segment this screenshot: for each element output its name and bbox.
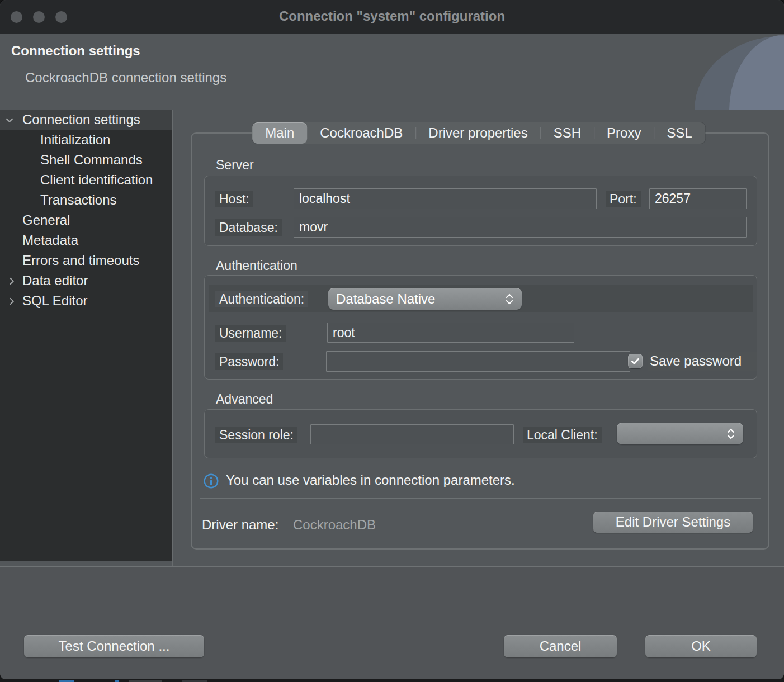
port-label: Port:: [606, 191, 641, 207]
checkmark-icon: [630, 356, 640, 366]
sidebar-item-errors-and-timeouts[interactable]: Errors and timeouts: [0, 250, 172, 271]
server-group: Host: Port: Database:: [204, 176, 757, 246]
settings-tree: Connection settings Initialization Shell…: [0, 110, 172, 561]
tab-bar: Main CockroachDB Driver properties SSH P…: [252, 122, 705, 144]
background-app-fragment: [115, 680, 119, 682]
main-tab-panel: Server Host: Port: Database: Authenticat…: [191, 132, 769, 550]
test-connection-button[interactable]: Test Connection ...: [24, 635, 204, 657]
banner-decoration: [639, 34, 784, 110]
sidebar-item-label: SQL Editor: [22, 293, 88, 308]
port-input[interactable]: [649, 188, 747, 209]
sidebar-item-transactions[interactable]: Transactions: [0, 190, 172, 210]
driver-separator: [200, 498, 761, 499]
main-pane: Main CockroachDB Driver properties SSH P…: [173, 110, 784, 567]
sidebar-item-metadata[interactable]: Metadata: [0, 230, 172, 250]
titlebar[interactable]: Connection "system" configuration: [0, 0, 784, 34]
footer: Test Connection ... Cancel OK: [0, 567, 784, 680]
authentication-label: Authentication:: [215, 291, 308, 307]
updown-chevron-icon: [726, 427, 735, 441]
sidebar-item-general[interactable]: General: [0, 210, 172, 230]
background-app-fragment: [129, 680, 162, 682]
database-input[interactable]: [294, 217, 747, 238]
tab-ssl[interactable]: SSL: [654, 122, 705, 144]
cancel-button[interactable]: Cancel: [504, 635, 617, 657]
content: Connection settings Initialization Shell…: [0, 110, 784, 567]
updown-chevron-icon: [505, 292, 514, 306]
tab-cockroachdb[interactable]: CockroachDB: [307, 122, 415, 144]
password-input[interactable]: [326, 351, 630, 372]
sidebar-item-label: Connection settings: [22, 112, 140, 127]
header-subtitle: CockroachDB connection settings: [25, 70, 226, 86]
host-label: Host:: [215, 191, 253, 207]
connection-configuration-dialog: Connection "system" configuration Connec…: [0, 0, 784, 680]
info-message: You can use variables in connection para…: [226, 472, 515, 488]
sidebar-item-shell-commands[interactable]: Shell Commands: [0, 150, 172, 170]
username-input[interactable]: [327, 323, 574, 343]
host-input[interactable]: [294, 188, 597, 209]
database-label: Database:: [215, 219, 282, 236]
tab-proxy[interactable]: Proxy: [594, 122, 654, 144]
local-client-label: Local Client:: [523, 427, 602, 443]
authentication-selected-value: Database Native: [336, 291, 505, 307]
save-password-label: Save password: [648, 352, 757, 371]
advanced-group: Session role: Local Client:: [204, 409, 757, 458]
authentication-select[interactable]: Database Native: [328, 288, 522, 310]
tab-main[interactable]: Main: [252, 122, 307, 144]
header-title: Connection settings: [11, 43, 140, 59]
session-role-input[interactable]: [310, 424, 514, 444]
chevron-right-icon[interactable]: [7, 276, 17, 286]
local-client-select[interactable]: [617, 423, 743, 444]
ok-button[interactable]: OK: [645, 635, 757, 657]
authentication-group-label: Authentication: [216, 258, 297, 273]
tab-ssh[interactable]: SSH: [541, 122, 594, 144]
dialog-header: Connection settings CockroachDB connecti…: [0, 34, 784, 110]
password-label: Password:: [215, 353, 283, 370]
sidebar-item-client-identification[interactable]: Client identification: [0, 170, 172, 190]
chevron-right-icon[interactable]: [7, 296, 17, 306]
sidebar-item-sql-editor[interactable]: SQL Editor: [0, 291, 172, 311]
tab-driver-properties[interactable]: Driver properties: [415, 122, 540, 144]
sidebar-item-initialization[interactable]: Initialization: [0, 130, 172, 150]
info-icon: [204, 473, 219, 489]
driver-name-value: CockroachDB: [293, 517, 376, 533]
driver-name-label: Driver name:: [202, 517, 278, 533]
sidebar-item-label: Transactions: [40, 192, 117, 207]
edit-driver-settings-button[interactable]: Edit Driver Settings: [593, 512, 753, 533]
sidebar-item-label: Initialization: [40, 132, 110, 147]
authentication-group: Authentication: Database Native Username…: [204, 275, 757, 380]
sidebar-item-label: Shell Commands: [40, 152, 143, 167]
username-label: Username:: [215, 325, 286, 342]
session-role-label: Session role:: [215, 427, 297, 443]
sidebar-item-label: Data editor: [22, 273, 88, 288]
sidebar-item-connection-settings[interactable]: Connection settings: [0, 110, 172, 130]
screen: Connection "system" configuration Connec…: [0, 0, 784, 682]
sidebar-item-label: Client identification: [40, 172, 153, 187]
sidebar-item-label: Errors and timeouts: [22, 253, 139, 268]
sidebar-item-label: General: [22, 212, 70, 228]
background-app-fragment: [59, 680, 74, 682]
sidebar-item-data-editor[interactable]: Data editor: [0, 271, 172, 291]
window-title: Connection "system" configuration: [0, 8, 784, 24]
sidebar-item-label: Metadata: [22, 233, 78, 248]
save-password-checkbox[interactable]: [628, 354, 643, 368]
server-group-label: Server: [216, 158, 254, 173]
background-app-fragment: [182, 680, 207, 682]
advanced-group-label: Advanced: [216, 392, 273, 407]
chevron-down-icon[interactable]: [4, 115, 15, 125]
